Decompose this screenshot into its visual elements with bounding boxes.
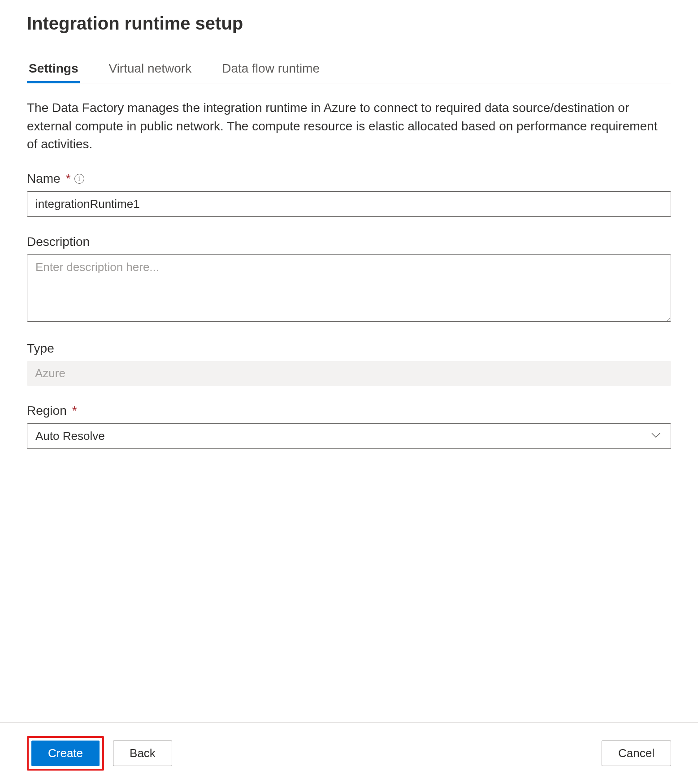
region-select-wrapper: Auto Resolve: [27, 423, 671, 449]
region-form-group: Region * Auto Resolve: [27, 404, 671, 449]
region-select[interactable]: Auto Resolve: [27, 423, 671, 449]
name-input[interactable]: [27, 191, 671, 217]
type-label-text: Type: [27, 341, 54, 356]
cancel-button[interactable]: Cancel: [602, 741, 671, 766]
description-text: The Data Factory manages the integration…: [27, 99, 671, 154]
description-input[interactable]: [27, 254, 671, 322]
name-label: Name * i: [27, 172, 671, 186]
description-label: Description: [27, 235, 671, 249]
region-label-text: Region: [27, 404, 67, 418]
footer: Create Back Cancel: [0, 722, 698, 784]
description-label-text: Description: [27, 235, 90, 249]
required-indicator: *: [66, 172, 71, 186]
type-form-group: Type Azure: [27, 341, 671, 386]
back-button[interactable]: Back: [113, 741, 172, 766]
description-form-group: Description: [27, 235, 671, 323]
page-title: Integration runtime setup: [27, 13, 671, 34]
required-indicator: *: [72, 404, 77, 418]
name-form-group: Name * i: [27, 172, 671, 217]
tab-settings[interactable]: Settings: [27, 56, 80, 83]
tab-virtual-network[interactable]: Virtual network: [107, 56, 193, 83]
name-label-text: Name: [27, 172, 61, 186]
type-field: Azure: [27, 361, 671, 386]
create-button-highlight: Create: [27, 736, 104, 771]
create-button[interactable]: Create: [31, 741, 100, 766]
tabs-bar: Settings Virtual network Data flow runti…: [27, 56, 671, 83]
region-label: Region *: [27, 404, 671, 418]
tab-data-flow-runtime[interactable]: Data flow runtime: [220, 56, 321, 83]
type-label: Type: [27, 341, 671, 356]
info-icon[interactable]: i: [74, 174, 84, 184]
